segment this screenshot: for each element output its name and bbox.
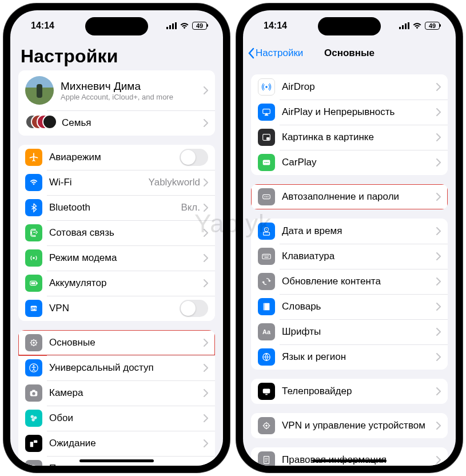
row-refresh[interactable]: Обновление контента (251, 269, 448, 294)
general-icon (25, 334, 42, 351)
airplay-icon (258, 104, 275, 121)
svg-text:VPN: VPN (30, 307, 38, 311)
row-vpn[interactable]: VPNVPN (18, 296, 215, 321)
svg-rect-31 (266, 137, 269, 140)
chevron-icon (204, 178, 208, 187)
tvprovider-icon (258, 383, 275, 400)
svg-rect-21 (30, 442, 33, 447)
airplane-icon (25, 149, 42, 166)
chevron-icon (436, 456, 441, 464)
row-cellular[interactable]: Сотовая связь (18, 220, 215, 245)
airdrop-icon (258, 78, 275, 96)
svg-rect-41 (264, 232, 270, 235)
row-value: Вкл. (181, 202, 200, 213)
dynamic-island (85, 17, 148, 35)
row-keyboard[interactable]: Клавиатура (251, 244, 448, 269)
svg-rect-8 (31, 282, 35, 284)
chevron-icon (204, 254, 208, 262)
row-datetime[interactable]: Дата и время (251, 219, 448, 244)
row-standby[interactable]: Ожидание (18, 431, 215, 456)
chevron-icon (436, 158, 441, 166)
avatar (25, 76, 54, 105)
row-label: Обновление контента (282, 276, 436, 287)
row-pip[interactable]: Картинка в картинке (251, 125, 448, 150)
battery-icon: 49 (425, 22, 440, 30)
row-language[interactable]: Язык и регион (251, 344, 448, 370)
row-label: Обои (49, 412, 204, 424)
wifi-icon (25, 174, 42, 191)
chevron-icon (204, 119, 208, 127)
row-dictionary[interactable]: Словарь (251, 294, 448, 319)
row-battery[interactable]: Аккумулятор (18, 271, 215, 296)
svg-rect-24 (399, 27, 401, 29)
row-label: Режим модема (49, 252, 204, 264)
svg-rect-7 (37, 282, 38, 284)
profile-row[interactable]: Михневич Дима Apple Account, iCloud+, an… (18, 70, 215, 110)
svg-rect-25 (402, 25, 404, 29)
row-hotspot[interactable]: Режим модема (18, 245, 215, 271)
row-wifi[interactable]: Wi-FiYablykworld (18, 170, 215, 195)
back-button[interactable]: Настройки (248, 47, 303, 59)
row-label: AirDrop (282, 81, 436, 93)
svg-rect-1 (169, 25, 171, 29)
toggle[interactable] (180, 149, 208, 166)
group-r4: Телепровайдер (251, 379, 448, 404)
legal-icon (258, 451, 275, 466)
row-carplay[interactable]: CarPlay (251, 150, 448, 175)
svg-rect-2 (172, 23, 174, 29)
cellular-icon (399, 22, 409, 29)
row-wallpaper[interactable]: Обои (18, 406, 215, 431)
row-airplane[interactable]: Авиарежим (18, 145, 215, 170)
svg-rect-47 (264, 257, 268, 257)
row-label: Язык и регион (282, 351, 436, 363)
vpnmgmt-icon (258, 417, 275, 434)
chevron-icon (436, 83, 441, 91)
row-camera[interactable]: Камера (18, 380, 215, 406)
row-bluetooth[interactable]: BluetoothВкл. (18, 195, 215, 220)
svg-rect-53 (265, 394, 268, 395)
vpn-icon: VPN (25, 300, 42, 317)
row-label: Авиарежим (49, 152, 180, 163)
row-airdrop[interactable]: AirDrop (251, 74, 448, 100)
chevron-icon (436, 108, 441, 116)
row-autofill[interactable]: Автозаполнение и пароли (251, 184, 448, 209)
row-general[interactable]: Основные (18, 330, 215, 355)
autofill-icon (258, 188, 275, 205)
svg-point-38 (266, 196, 267, 197)
svg-rect-42 (262, 254, 270, 259)
row-label: Клавиатура (282, 251, 436, 262)
row-label: Ожидание (49, 438, 204, 449)
home-indicator (312, 459, 387, 462)
svg-point-14 (33, 365, 35, 367)
svg-point-55 (265, 425, 268, 427)
svg-rect-44 (265, 255, 266, 256)
svg-point-33 (264, 162, 265, 163)
toggle[interactable] (180, 300, 208, 317)
svg-point-18 (31, 415, 34, 418)
svg-rect-46 (268, 255, 269, 256)
dynamic-island (318, 17, 381, 35)
chevron-left-icon (248, 47, 254, 59)
group-r6: Правовая информация (251, 447, 448, 466)
row-label: Камера (49, 387, 204, 399)
chevron-icon (204, 465, 208, 466)
cellular-icon (166, 22, 177, 29)
row-vpnmgmt[interactable]: VPN и управление устройством (251, 413, 448, 438)
phone-right: 14:14 49 Настройки Основные AirDropAirPl… (236, 3, 463, 473)
row-airplay[interactable]: AirPlay и Непрерывность (251, 100, 448, 125)
carplay-icon (258, 154, 275, 171)
svg-point-12 (33, 342, 35, 344)
row-tvprovider[interactable]: Телепровайдер (251, 379, 448, 404)
row-fonts[interactable]: AaШрифты (251, 319, 448, 344)
row-label: AirPlay и Непрерывность (282, 106, 436, 118)
chevron-icon (436, 303, 441, 311)
row-label: Поиск (49, 463, 204, 466)
row-accessibility[interactable]: Универсальный доступ (18, 355, 215, 380)
svg-point-39 (268, 196, 269, 197)
wallpaper-icon (25, 410, 42, 427)
svg-point-34 (266, 162, 267, 163)
family-row[interactable]: Семья (18, 110, 215, 136)
chevron-icon (436, 133, 441, 141)
svg-text:Aa: Aa (262, 328, 271, 335)
row-legal[interactable]: Правовая информация (251, 447, 448, 466)
